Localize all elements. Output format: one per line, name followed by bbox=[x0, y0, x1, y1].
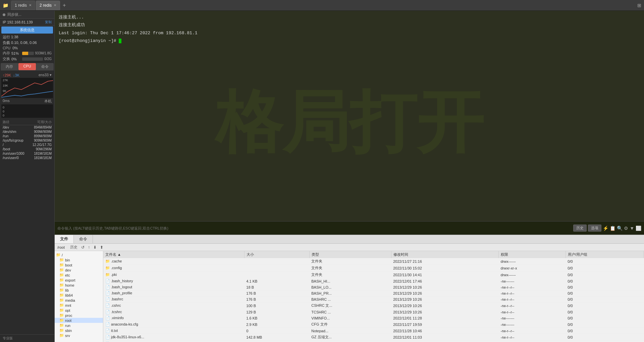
folder-icon: 📁 bbox=[3, 3, 8, 8]
options-button[interactable]: 选项 bbox=[588, 225, 601, 232]
tree-item-export[interactable]: 📁export bbox=[55, 278, 103, 283]
layout-icon[interactable]: ⊞ bbox=[637, 3, 641, 8]
swap-bar bbox=[22, 57, 43, 61]
history-button[interactable]: 历史 bbox=[573, 225, 587, 232]
tab-2-close[interactable]: ✕ bbox=[54, 3, 56, 7]
table-row[interactable]: 📁 .pki 文件夹 2022/11/30 14:41 drwx------ 0… bbox=[103, 272, 644, 278]
tab-1-close[interactable]: ✕ bbox=[29, 3, 32, 7]
tree-item-dev[interactable]: 📁dev bbox=[55, 267, 103, 273]
disk-row-user1000: /run/user/1000181M/181M bbox=[1, 151, 53, 156]
load-row: 负载 0.10, 0.08, 0.06 bbox=[0, 40, 54, 46]
table-row[interactable]: 📄 .bash_history 4.1 KB BASH_HI... 2022/1… bbox=[103, 278, 644, 284]
disk-row-devshm: /dev/shm909M/909M bbox=[1, 130, 53, 134]
disk-row-run: /run899M/909M bbox=[1, 134, 53, 138]
lat-v3: 0 bbox=[3, 114, 4, 117]
mem-row: 内存 51% 933M/1.8G bbox=[0, 50, 54, 56]
tab-2-label: 2 redis bbox=[40, 3, 52, 8]
mem-label: 内存 bbox=[3, 51, 10, 56]
col-modified[interactable]: 修改时间 bbox=[391, 251, 498, 258]
fm-refresh-btn[interactable]: ↺ bbox=[80, 245, 86, 250]
table-row[interactable]: 📄 .viminfo 1.6 KB VIMINFO... 2022/12/01 … bbox=[103, 315, 644, 321]
terminal-line-2: 连接主机成功 bbox=[59, 21, 640, 29]
disk-row-user0: /run/user/0181M/181M bbox=[1, 156, 53, 160]
fm-download-btn[interactable]: ⬇ bbox=[92, 245, 98, 250]
col-type[interactable]: 类型 bbox=[309, 251, 391, 258]
sys-info-button[interactable]: 系统信息 bbox=[1, 27, 53, 34]
fm-tab-commands[interactable]: 命令 bbox=[74, 235, 93, 243]
gear-icon[interactable]: ⚙ bbox=[624, 226, 628, 231]
terminal-content: 连接主机... 连接主机成功 Last login: Thu Dec 1 17:… bbox=[55, 11, 644, 221]
tree-item-root[interactable]: 📁root bbox=[55, 318, 103, 323]
table-row[interactable]: 📄 it.txt 0 Notepad... 2022/11/28 10:46 -… bbox=[103, 328, 644, 334]
latency-label: 0ms bbox=[3, 99, 10, 104]
table-row[interactable]: 📄 .cshrc 100 B CSHRC 文... 2013/12/29 10:… bbox=[103, 302, 644, 309]
table-row[interactable]: 📄 .bash_profile 176 B BASH_PR... 2013/12… bbox=[103, 290, 644, 296]
tree-item-sbin[interactable]: 📁sbin bbox=[55, 328, 103, 333]
net-up-label: ↑29K bbox=[3, 73, 11, 77]
cursor bbox=[119, 39, 121, 43]
table-row[interactable]: 📁 .cache 文件夹 2022/11/27 21:16 drwx------… bbox=[103, 258, 644, 265]
col-filename[interactable]: 文件名 ▲ bbox=[103, 251, 244, 258]
tree-item-media[interactable]: 📁media bbox=[55, 298, 103, 303]
tree-item-boot[interactable]: 📁boot bbox=[55, 262, 103, 267]
copy-icon[interactable]: 📋 bbox=[610, 226, 615, 231]
tab-2[interactable]: 2 redis ✕ bbox=[36, 1, 60, 10]
sidebar-tab-cmd[interactable]: 命令 bbox=[36, 63, 54, 70]
tree-item-srv[interactable]: 📁srv bbox=[55, 333, 103, 338]
tree-item-home[interactable]: 📁home bbox=[55, 283, 103, 288]
disk-col-size: 可用/大小 bbox=[37, 120, 52, 125]
fm-toolbar: /root 历史 ↺ ↑ ⬇ ⬆ bbox=[55, 244, 644, 251]
fm-up-btn[interactable]: ↑ bbox=[87, 245, 91, 250]
terminal-bottom-bar: 历史 选项 ⚡ 📋 🔍 ⚙ ▼ ⬜ bbox=[55, 221, 644, 235]
fm-upload-btn[interactable]: ⬆ bbox=[99, 245, 104, 250]
run-time-row: 运行 1:38 bbox=[0, 34, 54, 40]
tree-item-proc[interactable]: 📁proc bbox=[55, 313, 103, 318]
col-perms[interactable]: 权限 bbox=[499, 251, 566, 258]
table-row[interactable]: 📄 .bash_logout 18 B BASH_LO... 2013/12/2… bbox=[103, 284, 644, 290]
disk-section: 路径 可用/大小 /dev894M/894M /dev/shm909M/909M… bbox=[0, 119, 54, 334]
disk-row-cgroup: /sys/fs/cgroup909M/909M bbox=[1, 138, 53, 143]
terminal-line-4: [root@zhongjianyin ~]# bbox=[59, 37, 640, 45]
copy-button[interactable]: 复制 bbox=[45, 20, 52, 25]
net-interface[interactable]: ens33 ▾ bbox=[39, 73, 52, 77]
tree-item-lib[interactable]: 📁lib bbox=[55, 288, 103, 293]
top-bar: 📁 1 redis ✕ 2 redis ✕ + ⊞ bbox=[0, 0, 644, 11]
ip-row: IP 192.168.81.139 复制 bbox=[0, 19, 54, 26]
tree-item-bin[interactable]: 📁bin bbox=[55, 257, 103, 262]
tab-1[interactable]: 1 redis ✕ bbox=[11, 1, 35, 10]
tree-item-etc[interactable]: 📁etc bbox=[55, 273, 103, 278]
table-row[interactable]: 📄 jdk-8u351-linux-x6... 142.8 MB GZ 压缩文.… bbox=[103, 334, 644, 341]
fm-tab-files[interactable]: 文件 bbox=[55, 235, 74, 243]
mem-percent: 51% bbox=[11, 51, 21, 55]
sidebar-tab-mem[interactable]: 内存 bbox=[1, 63, 18, 70]
sidebar-tab-cpu[interactable]: CPU bbox=[18, 63, 36, 70]
tree-item-opt[interactable]: 📁opt bbox=[55, 308, 103, 313]
tree-item-lib64[interactable]: 📁lib64 bbox=[55, 293, 103, 298]
table-row[interactable]: 📄 .bashrc 176 B BASHRC ... 2013/12/29 10… bbox=[103, 296, 644, 302]
fm-history-btn[interactable]: 历史 bbox=[69, 244, 79, 250]
table-row[interactable]: 📄 anaconda-ks.cfg 2.9 KB CFG 文件 2022/11/… bbox=[103, 321, 644, 328]
table-row[interactable]: 📄 .tcshrc 129 B TCSHRC ... 2013/12/29 10… bbox=[103, 309, 644, 315]
col-owner[interactable]: 用户/用户组 bbox=[566, 251, 644, 258]
net-header: ↑29K ↓3K ens33 ▾ bbox=[1, 72, 53, 78]
chart-val-1: 27K bbox=[3, 79, 8, 82]
latency-row: 0ms 本机 bbox=[1, 98, 53, 104]
tree-item-run[interactable]: 📁run bbox=[55, 323, 103, 328]
chart-val-3: 9K bbox=[3, 89, 6, 93]
edition-badge: 专业版 bbox=[0, 334, 54, 342]
col-size[interactable]: 大小 bbox=[244, 251, 309, 258]
arrow-down-icon[interactable]: ▼ bbox=[630, 226, 634, 231]
table-row[interactable]: 📁 .config 文件夹 2022/11/30 15:02 drwxr-xr-… bbox=[103, 265, 644, 272]
tree-item-root[interactable]: 📁/ bbox=[55, 252, 103, 257]
tree-item-mnt[interactable]: 📁mnt bbox=[55, 303, 103, 308]
sync-dot bbox=[3, 13, 5, 16]
search-icon[interactable]: 🔍 bbox=[617, 226, 623, 231]
command-input[interactable] bbox=[57, 226, 573, 230]
lat-v2: 0 bbox=[3, 110, 4, 113]
window-icon[interactable]: ⬜ bbox=[636, 226, 641, 231]
mem-bar bbox=[22, 52, 34, 55]
swap-percent: 0% bbox=[11, 57, 21, 61]
disk-row-dev: /dev894M/894M bbox=[1, 125, 53, 130]
add-tab-button[interactable]: + bbox=[61, 2, 68, 8]
table-row[interactable]: 📄 original-ks.cfg 2 KB CFG 文件 2022/11/27… bbox=[103, 341, 644, 342]
